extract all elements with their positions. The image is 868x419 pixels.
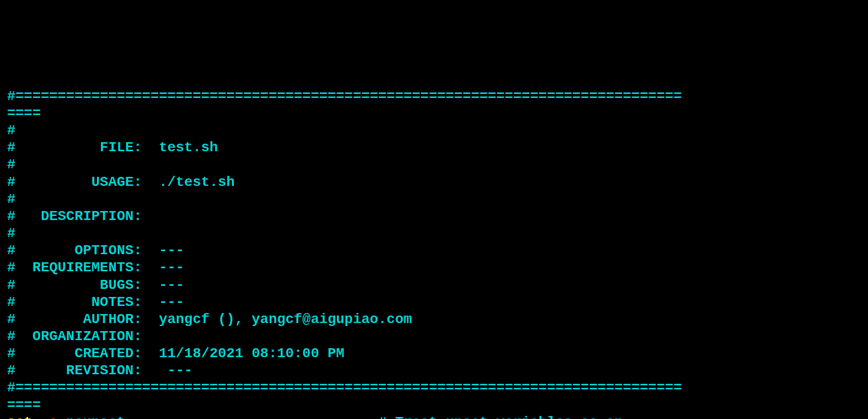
trailing-comment: # Treat unset variables as an: [378, 414, 623, 419]
comment-revision: # REVISION: ---: [7, 362, 861, 379]
comment-requirements: # REQUIREMENTS: ---: [7, 259, 861, 276]
comment-created: # CREATED: 11/18/2021 08:10:00 PM: [7, 345, 861, 362]
comment-organization: # ORGANIZATION:: [7, 328, 861, 345]
comment-description: # DESCRIPTION:: [7, 208, 861, 225]
comment-author: # AUTHOR: yangcf (), yangcf@aigupiao.com: [7, 311, 861, 328]
comment-bugs: # BUGS: ---: [7, 277, 861, 294]
nounset-arg: nounset: [58, 414, 125, 419]
comment-notes: # NOTES: ---: [7, 294, 861, 311]
comment-hash: #: [7, 122, 861, 139]
spacing: [125, 414, 378, 419]
comment-hash4: #: [7, 225, 861, 242]
set-keyword: set: [7, 414, 32, 419]
option-flag: -o: [32, 414, 57, 419]
set-command-line: set -o nounset # Treat unset variables a…: [7, 414, 861, 419]
comment-separator-wrap2: ====: [7, 397, 861, 414]
comment-separator-wrap: ====: [7, 105, 861, 122]
comment-usage: # USAGE: ./test.sh: [7, 174, 861, 191]
comment-options: # OPTIONS: ---: [7, 242, 861, 259]
editor-viewport[interactable]: #=======================================…: [7, 71, 861, 419]
comment-separator-top: #=======================================…: [7, 88, 861, 105]
comment-hash2: #: [7, 156, 861, 173]
comment-separator-bottom: #=======================================…: [7, 379, 861, 396]
comment-file: # FILE: test.sh: [7, 139, 861, 156]
comment-hash3: #: [7, 191, 861, 208]
